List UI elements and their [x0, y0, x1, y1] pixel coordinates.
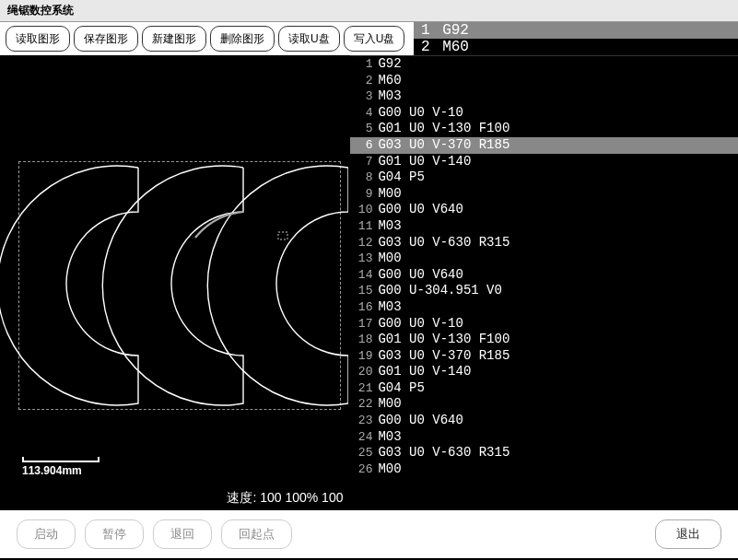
line-text: M03: [378, 299, 401, 316]
line-text: M03: [378, 218, 401, 235]
gcode-line[interactable]: 25G03 U0 V-630 R315: [350, 445, 738, 461]
pause-button[interactable]: 暂停: [85, 519, 144, 549]
scale-bar: [22, 457, 100, 462]
go-origin-button[interactable]: 回起点: [221, 519, 292, 549]
line-text: G03 U0 V-630 R315: [378, 235, 510, 251]
start-button[interactable]: 启动: [17, 519, 76, 549]
exit-button[interactable]: 退出: [655, 519, 721, 549]
line-number: 11: [354, 218, 372, 235]
gcode-line[interactable]: 5G01 U0 V-130 F100: [350, 121, 738, 137]
line-number: 26: [354, 461, 372, 478]
line-number: 13: [354, 251, 372, 267]
new-shape-button[interactable]: 新建图形: [142, 26, 206, 52]
line-text: G00 U0 V640: [378, 202, 463, 218]
line-text: G03 U0 V-630 R315: [378, 445, 510, 461]
gcode-line[interactable]: 6G03 U0 V-370 R185: [350, 137, 738, 154]
line-number: 23: [354, 413, 372, 429]
line-number: 24: [354, 429, 372, 446]
svg-rect-0: [278, 232, 287, 239]
gcode-panel[interactable]: 1G922M603M034G00 U0 V-105G01 U0 V-130 F1…: [350, 55, 738, 510]
app-root: 绳锯数控系统 读取图形 保存图形 新建图形 删除图形 读取U盘 写入U盘 1 G…: [0, 0, 738, 560]
gcode-line[interactable]: 13M00: [350, 251, 738, 267]
write-usb-button[interactable]: 写入U盘: [344, 26, 405, 52]
gcode-line[interactable]: 1G92: [350, 56, 738, 73]
gcode-line[interactable]: 2M60: [350, 73, 738, 89]
gcode-line[interactable]: 24M03: [350, 429, 738, 446]
gcode-line[interactable]: 18G01 U0 V-130 F100: [350, 332, 738, 348]
line-text: G03 U0 V-370 R185: [378, 137, 510, 154]
line-number: 14: [354, 267, 372, 284]
speed-readout: 速度: 100 100% 100: [227, 490, 343, 507]
gcode-line[interactable]: 17G00 U0 V-10: [350, 316, 738, 332]
line-text: G04 P5: [378, 169, 424, 186]
gcode-line[interactable]: 22M00: [350, 396, 738, 413]
line-text: G00 U-304.951 V0: [378, 283, 501, 299]
gcode-line[interactable]: 9M00: [350, 186, 738, 203]
line-number: 22: [354, 396, 372, 413]
line-number: 1: [354, 56, 372, 73]
line-text: G04 P5: [378, 380, 424, 397]
line-text: G01 U0 V-130 F100: [378, 121, 510, 137]
retract-button[interactable]: 退回: [153, 519, 212, 549]
line-text: M03: [378, 88, 401, 105]
app-title: 绳锯数控系统: [7, 3, 74, 18]
gcode-line[interactable]: 4G00 U0 V-10: [350, 105, 738, 122]
line-number: 4: [354, 105, 372, 122]
titlebar: 绳锯数控系统: [0, 0, 738, 22]
line-text: M00: [378, 251, 401, 267]
line-text: G01 U0 V-130 F100: [378, 332, 510, 348]
line-number: 10: [354, 202, 372, 218]
gcode-list[interactable]: 1G922M603M034G00 U0 V-105G01 U0 V-130 F1…: [350, 55, 738, 510]
line-text: G00 U0 V-10: [378, 105, 463, 122]
read-shape-button[interactable]: 读取图形: [6, 26, 70, 52]
line-number: 15: [354, 283, 372, 299]
line-text: G03 U0 V-370 R185: [378, 348, 510, 365]
line-text: G00 U0 V640: [378, 267, 463, 284]
line-number: 19: [354, 348, 372, 365]
line-text: M03: [378, 429, 401, 446]
workarea: 113.904mm 速度: 100 100% 100 1G922M603M034…: [0, 55, 738, 510]
read-usb-button[interactable]: 读取U盘: [278, 26, 340, 52]
line-text: M00: [378, 396, 401, 413]
code-header-current: 1 G92: [414, 22, 738, 39]
delete-shape-button[interactable]: 删除图形: [210, 26, 275, 52]
line-number: 6: [354, 137, 372, 154]
line-text: G01 U0 V-140: [378, 154, 471, 170]
line-number: 5: [354, 121, 372, 137]
gcode-line[interactable]: 26M00: [350, 461, 738, 478]
line-number: 8: [354, 169, 372, 186]
line-text: G01 U0 V-140: [378, 364, 471, 380]
line-number: 12: [354, 235, 372, 251]
gcode-line[interactable]: 21G04 P5: [350, 380, 738, 397]
gcode-line[interactable]: 16M03: [350, 299, 738, 316]
line-text: M60: [378, 73, 401, 89]
line-number: 3: [354, 88, 372, 105]
run-toolbar: 启动 暂停 退回 回起点 退出: [0, 510, 738, 558]
line-number: 21: [354, 380, 372, 397]
line-number: 16: [354, 299, 372, 316]
gcode-line[interactable]: 15G00 U-304.951 V0: [350, 283, 738, 299]
gcode-line[interactable]: 7G01 U0 V-140: [350, 154, 738, 170]
line-number: 9: [354, 186, 372, 203]
gcode-line[interactable]: 12G03 U0 V-630 R315: [350, 235, 738, 251]
scale-label: 113.904mm: [22, 464, 82, 477]
line-text: G00 U0 V640: [378, 413, 463, 429]
gcode-line[interactable]: 23G00 U0 V640: [350, 413, 738, 429]
line-number: 2: [354, 73, 372, 89]
gcode-line[interactable]: 14G00 U0 V640: [350, 267, 738, 284]
shape-preview: [0, 55, 350, 510]
line-text: G92: [378, 56, 401, 73]
save-shape-button[interactable]: 保存图形: [74, 26, 138, 52]
line-text: M00: [378, 461, 401, 478]
gcode-line[interactable]: 11M03: [350, 218, 738, 235]
gcode-line[interactable]: 8G04 P5: [350, 169, 738, 186]
gcode-line[interactable]: 19G03 U0 V-370 R185: [350, 348, 738, 365]
code-header-next: 2 M60: [414, 39, 738, 55]
code-header: 1 G92 2 M60: [414, 22, 738, 55]
gcode-line[interactable]: 20G01 U0 V-140: [350, 364, 738, 380]
gcode-line[interactable]: 3M03: [350, 88, 738, 105]
canvas-panel[interactable]: 113.904mm 速度: 100 100% 100: [0, 55, 350, 510]
gcode-line[interactable]: 10G00 U0 V640: [350, 202, 738, 218]
line-number: 17: [354, 316, 372, 332]
top-toolbar: 读取图形 保存图形 新建图形 删除图形 读取U盘 写入U盘: [0, 22, 414, 55]
